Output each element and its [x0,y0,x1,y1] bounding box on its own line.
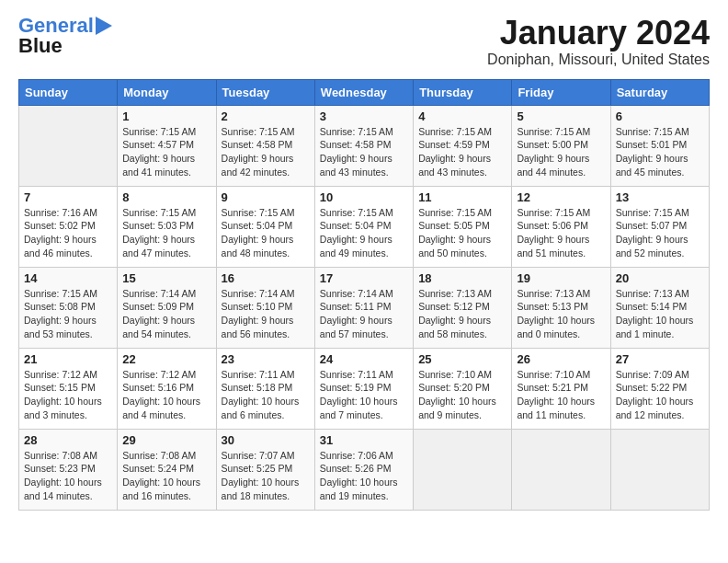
calendar-cell: 4Sunrise: 7:15 AM Sunset: 4:59 PM Daylig… [414,105,512,186]
day-info: Sunrise: 7:15 AM Sunset: 5:03 PM Dayligh… [122,206,210,260]
calendar-cell: 20Sunrise: 7:13 AM Sunset: 5:14 PM Dayli… [610,267,709,348]
day-number: 12 [517,190,605,204]
calendar-cell: 9Sunrise: 7:15 AM Sunset: 5:04 PM Daylig… [216,186,314,267]
day-info: Sunrise: 7:15 AM Sunset: 5:04 PM Dayligh… [320,206,408,260]
weekday-header-tuesday: Tuesday [216,79,314,105]
day-info: Sunrise: 7:12 AM Sunset: 5:15 PM Dayligh… [24,368,112,422]
title-area: January 2024 Doniphan, Missouri, United … [487,15,710,68]
calendar-cell: 6Sunrise: 7:15 AM Sunset: 5:01 PM Daylig… [610,105,709,186]
calendar-cell: 23Sunrise: 7:11 AM Sunset: 5:18 PM Dayli… [216,348,314,429]
day-info: Sunrise: 7:15 AM Sunset: 5:01 PM Dayligh… [616,125,704,179]
calendar-cell: 27Sunrise: 7:09 AM Sunset: 5:22 PM Dayli… [610,348,709,429]
day-info: Sunrise: 7:10 AM Sunset: 5:20 PM Dayligh… [418,368,506,422]
day-number: 9 [222,190,310,204]
day-number: 19 [517,271,605,285]
logo: General Blue [18,15,112,57]
calendar-cell: 19Sunrise: 7:13 AM Sunset: 5:13 PM Dayli… [512,267,610,348]
day-number: 14 [24,271,112,285]
weekday-header-monday: Monday [118,79,216,105]
day-number: 25 [418,352,506,366]
day-number: 24 [320,352,408,366]
day-info: Sunrise: 7:15 AM Sunset: 5:00 PM Dayligh… [517,125,605,179]
calendar-cell: 28Sunrise: 7:08 AM Sunset: 5:23 PM Dayli… [19,429,118,510]
day-info: Sunrise: 7:15 AM Sunset: 4:57 PM Dayligh… [122,125,210,179]
calendar-week-2: 7Sunrise: 7:16 AM Sunset: 5:02 PM Daylig… [19,186,710,267]
day-number: 4 [418,109,506,123]
day-info: Sunrise: 7:13 AM Sunset: 5:13 PM Dayligh… [517,287,605,341]
day-info: Sunrise: 7:15 AM Sunset: 5:06 PM Dayligh… [517,206,605,260]
month-title: January 2024 [487,15,710,52]
calendar-cell: 3Sunrise: 7:15 AM Sunset: 4:58 PM Daylig… [314,105,413,186]
logo-arrow-icon [96,17,112,35]
day-info: Sunrise: 7:08 AM Sunset: 5:24 PM Dayligh… [122,449,210,503]
day-number: 29 [122,433,210,447]
day-info: Sunrise: 7:13 AM Sunset: 5:14 PM Dayligh… [616,287,704,341]
calendar-cell: 8Sunrise: 7:15 AM Sunset: 5:03 PM Daylig… [118,186,216,267]
day-number: 28 [24,433,112,447]
day-info: Sunrise: 7:15 AM Sunset: 4:59 PM Dayligh… [418,125,506,179]
calendar-cell [610,429,709,510]
day-info: Sunrise: 7:16 AM Sunset: 5:02 PM Dayligh… [24,206,112,260]
calendar-cell: 1Sunrise: 7:15 AM Sunset: 4:57 PM Daylig… [118,105,216,186]
day-info: Sunrise: 7:15 AM Sunset: 5:05 PM Dayligh… [418,206,506,260]
calendar-cell: 5Sunrise: 7:15 AM Sunset: 5:00 PM Daylig… [512,105,610,186]
day-info: Sunrise: 7:06 AM Sunset: 5:26 PM Dayligh… [320,449,408,503]
weekday-header-wednesday: Wednesday [314,79,413,105]
calendar-week-4: 21Sunrise: 7:12 AM Sunset: 5:15 PM Dayli… [19,348,710,429]
calendar-cell [512,429,610,510]
day-info: Sunrise: 7:15 AM Sunset: 5:04 PM Dayligh… [222,206,310,260]
day-number: 22 [122,352,210,366]
day-number: 1 [122,109,210,123]
weekday-header-saturday: Saturday [610,79,709,105]
day-number: 5 [517,109,605,123]
day-number: 27 [616,352,704,366]
calendar-week-1: 1Sunrise: 7:15 AM Sunset: 4:57 PM Daylig… [19,105,710,186]
day-info: Sunrise: 7:10 AM Sunset: 5:21 PM Dayligh… [517,368,605,422]
day-number: 7 [24,190,112,204]
day-info: Sunrise: 7:14 AM Sunset: 5:09 PM Dayligh… [122,287,210,341]
calendar-cell: 30Sunrise: 7:07 AM Sunset: 5:25 PM Dayli… [216,429,314,510]
day-number: 17 [320,271,408,285]
calendar-cell: 13Sunrise: 7:15 AM Sunset: 5:07 PM Dayli… [610,186,709,267]
calendar-week-3: 14Sunrise: 7:15 AM Sunset: 5:08 PM Dayli… [19,267,710,348]
day-info: Sunrise: 7:15 AM Sunset: 4:58 PM Dayligh… [320,125,408,179]
day-info: Sunrise: 7:07 AM Sunset: 5:25 PM Dayligh… [222,449,310,503]
calendar-cell: 14Sunrise: 7:15 AM Sunset: 5:08 PM Dayli… [19,267,118,348]
location-subtitle: Doniphan, Missouri, United States [487,52,710,68]
day-number: 8 [122,190,210,204]
calendar-cell: 24Sunrise: 7:11 AM Sunset: 5:19 PM Dayli… [314,348,413,429]
weekday-header-thursday: Thursday [414,79,512,105]
day-number: 23 [222,352,310,366]
day-number: 13 [616,190,704,204]
calendar-cell: 18Sunrise: 7:13 AM Sunset: 5:12 PM Dayli… [414,267,512,348]
calendar-week-5: 28Sunrise: 7:08 AM Sunset: 5:23 PM Dayli… [19,429,710,510]
day-number: 20 [616,271,704,285]
day-info: Sunrise: 7:15 AM Sunset: 4:58 PM Dayligh… [222,125,310,179]
day-number: 16 [222,271,310,285]
calendar-table: SundayMondayTuesdayWednesdayThursdayFrid… [18,79,710,511]
weekday-header-friday: Friday [512,79,610,105]
calendar-cell: 25Sunrise: 7:10 AM Sunset: 5:20 PM Dayli… [414,348,512,429]
weekday-header-sunday: Sunday [19,79,118,105]
calendar-cell: 16Sunrise: 7:14 AM Sunset: 5:10 PM Dayli… [216,267,314,348]
day-number: 10 [320,190,408,204]
calendar-cell: 2Sunrise: 7:15 AM Sunset: 4:58 PM Daylig… [216,105,314,186]
day-number: 30 [222,433,310,447]
calendar-cell: 10Sunrise: 7:15 AM Sunset: 5:04 PM Dayli… [314,186,413,267]
day-number: 11 [418,190,506,204]
calendar-cell: 29Sunrise: 7:08 AM Sunset: 5:24 PM Dayli… [118,429,216,510]
calendar-cell: 11Sunrise: 7:15 AM Sunset: 5:05 PM Dayli… [414,186,512,267]
day-info: Sunrise: 7:14 AM Sunset: 5:10 PM Dayligh… [222,287,310,341]
day-info: Sunrise: 7:11 AM Sunset: 5:19 PM Dayligh… [320,368,408,422]
day-info: Sunrise: 7:11 AM Sunset: 5:18 PM Dayligh… [222,368,310,422]
day-number: 26 [517,352,605,366]
day-info: Sunrise: 7:14 AM Sunset: 5:11 PM Dayligh… [320,287,408,341]
day-info: Sunrise: 7:09 AM Sunset: 5:22 PM Dayligh… [616,368,704,422]
calendar-cell: 12Sunrise: 7:15 AM Sunset: 5:06 PM Dayli… [512,186,610,267]
calendar-cell: 7Sunrise: 7:16 AM Sunset: 5:02 PM Daylig… [19,186,118,267]
day-info: Sunrise: 7:13 AM Sunset: 5:12 PM Dayligh… [418,287,506,341]
calendar-cell [414,429,512,510]
day-number: 15 [122,271,210,285]
calendar-cell: 31Sunrise: 7:06 AM Sunset: 5:26 PM Dayli… [314,429,413,510]
calendar-cell: 22Sunrise: 7:12 AM Sunset: 5:16 PM Dayli… [118,348,216,429]
